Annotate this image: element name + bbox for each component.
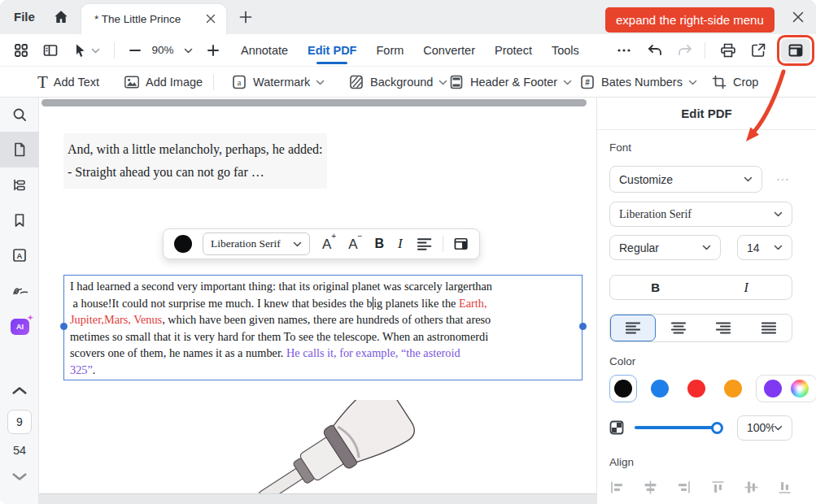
align-objects-right-icon[interactable] bbox=[676, 480, 692, 495]
more-options-icon[interactable] bbox=[770, 166, 795, 193]
redo-button[interactable] bbox=[677, 42, 693, 59]
opacity-row: 100% bbox=[609, 413, 792, 442]
rainbow-color-picker[interactable] bbox=[791, 380, 809, 398]
font-size-dropdown[interactable]: 14 bbox=[737, 235, 792, 260]
file-menu[interactable]: File bbox=[14, 0, 35, 34]
divider bbox=[114, 42, 115, 59]
tab-protect[interactable]: Protect bbox=[495, 44, 532, 57]
divider bbox=[705, 42, 705, 59]
floating-format-toolbar: Liberation Serif A+ A− B I bbox=[163, 228, 480, 259]
telescope-illustration bbox=[238, 400, 425, 502]
window-close-button[interactable] bbox=[791, 10, 805, 24]
zoom-in-button[interactable] bbox=[205, 42, 221, 59]
font-section-label: Font bbox=[609, 141, 631, 154]
tab-converter[interactable]: Converter bbox=[423, 44, 475, 57]
previous-page-button[interactable] bbox=[11, 386, 28, 395]
align-left-button[interactable] bbox=[610, 315, 656, 341]
panel-font-family-dropdown[interactable]: Liberation Serif bbox=[609, 202, 792, 227]
svg-text:a: a bbox=[238, 77, 242, 87]
page-thumbnails-icon bbox=[11, 141, 28, 158]
resize-handle-right[interactable] bbox=[579, 323, 587, 330]
align-objects-top-icon[interactable] bbox=[710, 480, 726, 495]
header-footer-button[interactable]: Header & Footer bbox=[448, 67, 572, 98]
selected-textbox[interactable]: I had learned a second very important th… bbox=[63, 275, 583, 380]
opacity-slider[interactable] bbox=[635, 426, 717, 429]
select-tool-dropdown-icon[interactable] bbox=[91, 48, 100, 54]
undo-button[interactable] bbox=[647, 42, 663, 59]
tab-close-icon[interactable] bbox=[204, 12, 217, 25]
add-text-button[interactable]: T Add Text bbox=[37, 67, 99, 98]
background-button[interactable]: Background bbox=[348, 67, 447, 98]
text-color-swatch[interactable] bbox=[174, 235, 192, 253]
right-panel-toggle-button[interactable] bbox=[781, 39, 810, 62]
font-preset-dropdown[interactable]: Customize bbox=[609, 166, 762, 193]
app-grid-button[interactable] bbox=[13, 42, 29, 59]
opacity-slider-knob[interactable] bbox=[711, 422, 723, 434]
horizontal-scrollbar[interactable] bbox=[41, 99, 587, 106]
tab-form[interactable]: Form bbox=[376, 44, 404, 57]
bold-button[interactable]: B bbox=[374, 237, 384, 251]
bookmark-icon[interactable] bbox=[11, 212, 28, 228]
chevron-down-icon bbox=[316, 80, 325, 85]
bold-italic-bar: B I bbox=[609, 275, 792, 300]
current-page-input[interactable]: 9 bbox=[7, 410, 32, 434]
tab-edit-pdf[interactable]: Edit PDF bbox=[308, 44, 356, 57]
textbox-line: metimes so small that it is very hard fo… bbox=[70, 328, 576, 345]
app-window: File * The Little Prince expand the righ… bbox=[0, 0, 816, 504]
align-center-button[interactable] bbox=[656, 315, 701, 341]
tab-annotate[interactable]: Annotate bbox=[241, 44, 288, 57]
crop-button[interactable]: Crop bbox=[711, 67, 758, 98]
align-objects-left-icon[interactable] bbox=[609, 480, 625, 495]
bottom-scrollbar-track[interactable] bbox=[39, 493, 596, 504]
home-button[interactable] bbox=[52, 8, 70, 26]
align-objects-hcenter-icon[interactable] bbox=[643, 480, 658, 495]
panel-bold-button[interactable]: B bbox=[610, 276, 701, 299]
text-align-bar bbox=[609, 314, 792, 342]
decrease-font-button[interactable]: A− bbox=[348, 236, 362, 253]
next-page-button[interactable] bbox=[11, 472, 28, 481]
panel-title: Edit PDF bbox=[597, 106, 816, 120]
align-objects-vcenter-icon[interactable] bbox=[744, 480, 759, 495]
resize-handle-left[interactable] bbox=[60, 323, 68, 330]
document-tab[interactable]: * The Little Prince bbox=[81, 4, 226, 34]
color-swatch-3[interactable] bbox=[719, 375, 747, 402]
sidebar-item-thumbnails[interactable] bbox=[0, 132, 39, 167]
more-tools-button[interactable] bbox=[616, 42, 632, 59]
print-button[interactable] bbox=[719, 41, 737, 59]
color-swatch-0[interactable] bbox=[609, 375, 637, 402]
font-style-dropdown[interactable]: Regular bbox=[609, 235, 721, 260]
opacity-dropdown[interactable]: 100% bbox=[737, 415, 792, 441]
font-family-dropdown[interactable]: Liberation Serif bbox=[203, 232, 310, 255]
pdf-paragraph[interactable]: And, with a little melancholy, perhaps, … bbox=[63, 133, 327, 189]
open-in-window-button[interactable] bbox=[749, 41, 767, 59]
outline-icon[interactable] bbox=[11, 177, 28, 193]
watermark-button[interactable]: a Watermark bbox=[231, 67, 325, 98]
annotations-icon[interactable]: A bbox=[11, 247, 28, 263]
align-objects-bottom-icon[interactable] bbox=[777, 480, 792, 495]
zoom-dropdown-icon[interactable] bbox=[184, 48, 193, 54]
new-tab-button[interactable] bbox=[238, 9, 254, 25]
tab-tools[interactable]: Tools bbox=[552, 44, 579, 57]
text-align-button[interactable] bbox=[417, 237, 432, 250]
color-swatch-1[interactable] bbox=[646, 375, 674, 402]
add-image-button[interactable]: Add Image bbox=[124, 67, 203, 98]
sidebar-toggle-button[interactable] bbox=[42, 42, 59, 59]
align-justify-button[interactable] bbox=[746, 315, 792, 341]
align-right-button[interactable] bbox=[701, 315, 747, 341]
italic-button[interactable]: I bbox=[398, 236, 403, 252]
signature-icon[interactable] bbox=[11, 282, 29, 298]
zoom-out-button[interactable] bbox=[127, 42, 143, 59]
text-properties-button[interactable] bbox=[453, 236, 469, 252]
search-icon[interactable] bbox=[11, 106, 28, 123]
select-tool-button[interactable] bbox=[72, 42, 88, 59]
panel-italic-button[interactable]: I bbox=[701, 276, 792, 299]
chevron-down-icon bbox=[563, 80, 572, 85]
textbox-line: scovers one of them, he names it as a nu… bbox=[70, 345, 576, 362]
color-swatch-purple[interactable] bbox=[764, 380, 782, 398]
color-swatch-2[interactable] bbox=[683, 375, 710, 402]
bates-numbers-button[interactable]: # Bates Numbers bbox=[579, 67, 697, 98]
increase-font-button[interactable]: A+ bbox=[322, 236, 336, 253]
document-area: And, with a little melancholy, perhaps, … bbox=[39, 98, 596, 504]
ai-assistant-icon[interactable]: AI bbox=[11, 319, 29, 335]
background-icon bbox=[348, 74, 364, 90]
